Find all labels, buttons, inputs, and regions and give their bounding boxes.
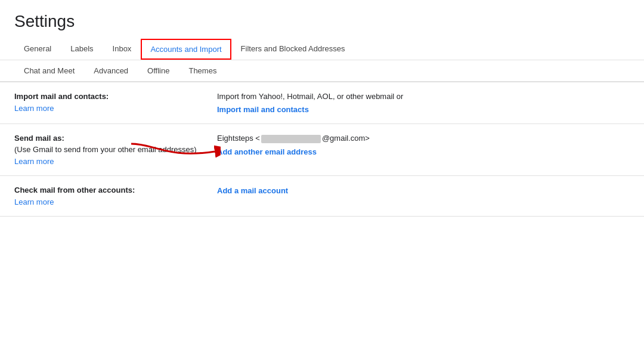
tab-advanced[interactable]: Advanced: [84, 60, 138, 82]
send-mail-value: Eightsteps <@gmail.com> Add another emai…: [211, 134, 630, 156]
send-mail-desc: (Use Gmail to send from your other email…: [14, 145, 197, 154]
tab-filters[interactable]: Filters and Blocked Addresses: [231, 38, 355, 60]
content-area: Import mail and contacts: Learn more Imp…: [0, 82, 644, 217]
email-suffix: @gmail.com>: [322, 134, 370, 143]
send-mail-title: Send mail as:: [14, 134, 197, 143]
tab-accounts-import[interactable]: Accounts and Import: [141, 39, 231, 60]
import-mail-value: Import from Yahoo!, Hotmail, AOL, or oth…: [211, 92, 630, 114]
tab-offline[interactable]: Offline: [138, 60, 179, 82]
tab-labels[interactable]: Labels: [61, 38, 103, 60]
check-mail-label: Check mail from other accounts: Learn mo…: [14, 186, 211, 206]
check-mail-value: Add a mail account: [211, 186, 630, 195]
import-mail-label: Import mail and contacts: Learn more: [14, 92, 211, 113]
send-mail-email: Eightsteps <@gmail.com>: [217, 134, 630, 143]
import-mail-learn-more[interactable]: Learn more: [14, 104, 54, 113]
import-mail-title: Import mail and contacts:: [14, 92, 197, 101]
tabs-row-2: Chat and Meet Advanced Offline Themes: [0, 60, 644, 82]
page-title: Settings: [0, 0, 644, 38]
tab-inbox[interactable]: Inbox: [103, 38, 141, 60]
send-mail-learn-more[interactable]: Learn more: [14, 157, 54, 166]
check-mail-action[interactable]: Add a mail account: [217, 186, 288, 195]
send-mail-label: Send mail as: (Use Gmail to send from yo…: [14, 134, 211, 166]
send-mail-row: Send mail as: (Use Gmail to send from yo…: [0, 124, 644, 176]
check-mail-row: Check mail from other accounts: Learn mo…: [0, 176, 644, 217]
tab-general[interactable]: General: [14, 38, 61, 60]
check-mail-title: Check mail from other accounts:: [14, 186, 197, 194]
import-mail-row: Import mail and contacts: Learn more Imp…: [0, 82, 644, 124]
send-mail-action[interactable]: Add another email address: [217, 147, 317, 156]
email-prefix: Eightsteps <: [217, 134, 260, 143]
tab-chat-meet[interactable]: Chat and Meet: [14, 60, 84, 82]
import-mail-value-text: Import from Yahoo!, Hotmail, AOL, or oth…: [217, 92, 630, 101]
import-mail-action[interactable]: Import mail and contacts: [217, 105, 309, 114]
tabs-row-1: General Labels Inbox Accounts and Import…: [0, 38, 644, 60]
check-mail-learn-more[interactable]: Learn more: [14, 197, 54, 206]
tab-themes[interactable]: Themes: [179, 60, 226, 82]
email-blurred: [261, 135, 321, 143]
